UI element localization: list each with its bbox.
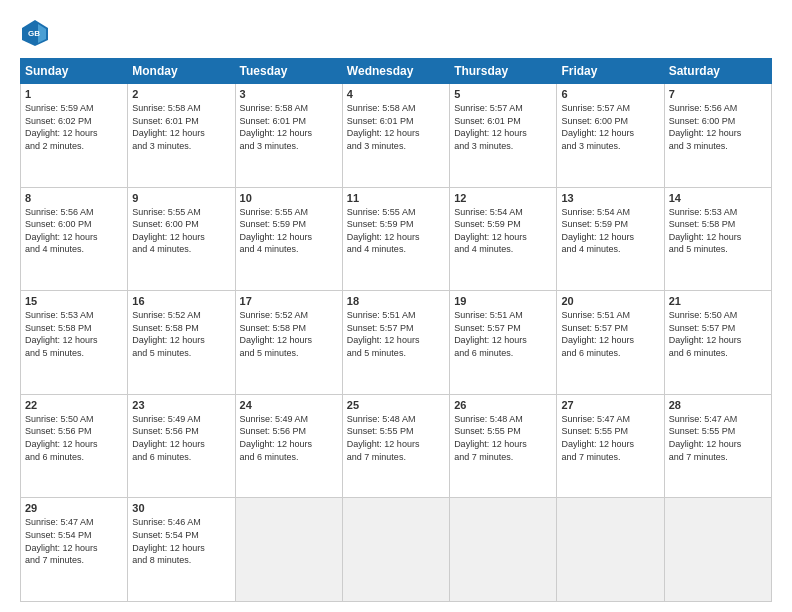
calendar-day-empty — [557, 498, 664, 602]
weekday-header-saturday: Saturday — [664, 59, 771, 84]
day-number: 30 — [132, 502, 230, 514]
calendar-day-26: 26Sunrise: 5:48 AMSunset: 5:55 PMDayligh… — [450, 394, 557, 498]
calendar-day-30: 30Sunrise: 5:46 AMSunset: 5:54 PMDayligh… — [128, 498, 235, 602]
day-info: Sunrise: 5:58 AMSunset: 6:01 PMDaylight:… — [347, 102, 445, 152]
calendar-day-4: 4Sunrise: 5:58 AMSunset: 6:01 PMDaylight… — [342, 84, 449, 188]
day-info: Sunrise: 5:50 AMSunset: 5:56 PMDaylight:… — [25, 413, 123, 463]
day-number: 17 — [240, 295, 338, 307]
day-number: 19 — [454, 295, 552, 307]
day-number: 10 — [240, 192, 338, 204]
calendar-day-19: 19Sunrise: 5:51 AMSunset: 5:57 PMDayligh… — [450, 291, 557, 395]
calendar-day-10: 10Sunrise: 5:55 AMSunset: 5:59 PMDayligh… — [235, 187, 342, 291]
day-info: Sunrise: 5:50 AMSunset: 5:57 PMDaylight:… — [669, 309, 767, 359]
day-number: 5 — [454, 88, 552, 100]
day-number: 26 — [454, 399, 552, 411]
day-number: 9 — [132, 192, 230, 204]
day-number: 21 — [669, 295, 767, 307]
calendar-day-27: 27Sunrise: 5:47 AMSunset: 5:55 PMDayligh… — [557, 394, 664, 498]
calendar-day-25: 25Sunrise: 5:48 AMSunset: 5:55 PMDayligh… — [342, 394, 449, 498]
calendar-day-22: 22Sunrise: 5:50 AMSunset: 5:56 PMDayligh… — [21, 394, 128, 498]
day-number: 7 — [669, 88, 767, 100]
day-number: 14 — [669, 192, 767, 204]
day-number: 2 — [132, 88, 230, 100]
calendar-day-5: 5Sunrise: 5:57 AMSunset: 6:01 PMDaylight… — [450, 84, 557, 188]
calendar-day-empty — [664, 498, 771, 602]
day-info: Sunrise: 5:57 AMSunset: 6:01 PMDaylight:… — [454, 102, 552, 152]
header: GB — [20, 18, 772, 48]
calendar-week-5: 29Sunrise: 5:47 AMSunset: 5:54 PMDayligh… — [21, 498, 772, 602]
day-info: Sunrise: 5:51 AMSunset: 5:57 PMDaylight:… — [347, 309, 445, 359]
day-info: Sunrise: 5:46 AMSunset: 5:54 PMDaylight:… — [132, 516, 230, 566]
calendar-week-4: 22Sunrise: 5:50 AMSunset: 5:56 PMDayligh… — [21, 394, 772, 498]
day-number: 28 — [669, 399, 767, 411]
day-info: Sunrise: 5:59 AMSunset: 6:02 PMDaylight:… — [25, 102, 123, 152]
calendar-week-1: 1Sunrise: 5:59 AMSunset: 6:02 PMDaylight… — [21, 84, 772, 188]
weekday-header-sunday: Sunday — [21, 59, 128, 84]
calendar-day-16: 16Sunrise: 5:52 AMSunset: 5:58 PMDayligh… — [128, 291, 235, 395]
day-info: Sunrise: 5:54 AMSunset: 5:59 PMDaylight:… — [454, 206, 552, 256]
day-number: 12 — [454, 192, 552, 204]
day-info: Sunrise: 5:53 AMSunset: 5:58 PMDaylight:… — [669, 206, 767, 256]
day-info: Sunrise: 5:52 AMSunset: 5:58 PMDaylight:… — [132, 309, 230, 359]
day-info: Sunrise: 5:56 AMSunset: 6:00 PMDaylight:… — [669, 102, 767, 152]
calendar-day-3: 3Sunrise: 5:58 AMSunset: 6:01 PMDaylight… — [235, 84, 342, 188]
calendar-day-14: 14Sunrise: 5:53 AMSunset: 5:58 PMDayligh… — [664, 187, 771, 291]
logo: GB — [20, 18, 54, 48]
day-info: Sunrise: 5:54 AMSunset: 5:59 PMDaylight:… — [561, 206, 659, 256]
calendar-day-21: 21Sunrise: 5:50 AMSunset: 5:57 PMDayligh… — [664, 291, 771, 395]
day-info: Sunrise: 5:48 AMSunset: 5:55 PMDaylight:… — [347, 413, 445, 463]
calendar-day-15: 15Sunrise: 5:53 AMSunset: 5:58 PMDayligh… — [21, 291, 128, 395]
day-info: Sunrise: 5:48 AMSunset: 5:55 PMDaylight:… — [454, 413, 552, 463]
calendar-day-29: 29Sunrise: 5:47 AMSunset: 5:54 PMDayligh… — [21, 498, 128, 602]
day-number: 1 — [25, 88, 123, 100]
calendar-day-7: 7Sunrise: 5:56 AMSunset: 6:00 PMDaylight… — [664, 84, 771, 188]
day-number: 18 — [347, 295, 445, 307]
day-info: Sunrise: 5:53 AMSunset: 5:58 PMDaylight:… — [25, 309, 123, 359]
day-info: Sunrise: 5:55 AMSunset: 6:00 PMDaylight:… — [132, 206, 230, 256]
day-info: Sunrise: 5:55 AMSunset: 5:59 PMDaylight:… — [347, 206, 445, 256]
calendar-day-17: 17Sunrise: 5:52 AMSunset: 5:58 PMDayligh… — [235, 291, 342, 395]
day-number: 23 — [132, 399, 230, 411]
day-info: Sunrise: 5:58 AMSunset: 6:01 PMDaylight:… — [240, 102, 338, 152]
weekday-header-wednesday: Wednesday — [342, 59, 449, 84]
calendar-day-13: 13Sunrise: 5:54 AMSunset: 5:59 PMDayligh… — [557, 187, 664, 291]
day-number: 16 — [132, 295, 230, 307]
day-number: 25 — [347, 399, 445, 411]
day-info: Sunrise: 5:58 AMSunset: 6:01 PMDaylight:… — [132, 102, 230, 152]
day-number: 11 — [347, 192, 445, 204]
day-number: 22 — [25, 399, 123, 411]
day-info: Sunrise: 5:49 AMSunset: 5:56 PMDaylight:… — [240, 413, 338, 463]
page: GB SundayMondayTuesdayWednesdayThursdayF… — [0, 0, 792, 612]
day-number: 15 — [25, 295, 123, 307]
day-info: Sunrise: 5:56 AMSunset: 6:00 PMDaylight:… — [25, 206, 123, 256]
weekday-header-row: SundayMondayTuesdayWednesdayThursdayFrid… — [21, 59, 772, 84]
day-info: Sunrise: 5:51 AMSunset: 5:57 PMDaylight:… — [454, 309, 552, 359]
calendar-week-2: 8Sunrise: 5:56 AMSunset: 6:00 PMDaylight… — [21, 187, 772, 291]
weekday-header-friday: Friday — [557, 59, 664, 84]
calendar-day-20: 20Sunrise: 5:51 AMSunset: 5:57 PMDayligh… — [557, 291, 664, 395]
calendar-day-12: 12Sunrise: 5:54 AMSunset: 5:59 PMDayligh… — [450, 187, 557, 291]
day-number: 4 — [347, 88, 445, 100]
day-info: Sunrise: 5:47 AMSunset: 5:54 PMDaylight:… — [25, 516, 123, 566]
day-info: Sunrise: 5:47 AMSunset: 5:55 PMDaylight:… — [669, 413, 767, 463]
calendar-day-9: 9Sunrise: 5:55 AMSunset: 6:00 PMDaylight… — [128, 187, 235, 291]
calendar-day-8: 8Sunrise: 5:56 AMSunset: 6:00 PMDaylight… — [21, 187, 128, 291]
calendar-day-2: 2Sunrise: 5:58 AMSunset: 6:01 PMDaylight… — [128, 84, 235, 188]
day-number: 27 — [561, 399, 659, 411]
calendar-day-6: 6Sunrise: 5:57 AMSunset: 6:00 PMDaylight… — [557, 84, 664, 188]
svg-text:GB: GB — [28, 29, 40, 38]
day-info: Sunrise: 5:47 AMSunset: 5:55 PMDaylight:… — [561, 413, 659, 463]
calendar-day-28: 28Sunrise: 5:47 AMSunset: 5:55 PMDayligh… — [664, 394, 771, 498]
day-info: Sunrise: 5:49 AMSunset: 5:56 PMDaylight:… — [132, 413, 230, 463]
calendar-day-11: 11Sunrise: 5:55 AMSunset: 5:59 PMDayligh… — [342, 187, 449, 291]
day-number: 20 — [561, 295, 659, 307]
day-number: 8 — [25, 192, 123, 204]
calendar-table: SundayMondayTuesdayWednesdayThursdayFrid… — [20, 58, 772, 602]
weekday-header-monday: Monday — [128, 59, 235, 84]
day-number: 24 — [240, 399, 338, 411]
day-info: Sunrise: 5:51 AMSunset: 5:57 PMDaylight:… — [561, 309, 659, 359]
day-number: 3 — [240, 88, 338, 100]
calendar-day-empty — [450, 498, 557, 602]
day-number: 29 — [25, 502, 123, 514]
day-number: 13 — [561, 192, 659, 204]
